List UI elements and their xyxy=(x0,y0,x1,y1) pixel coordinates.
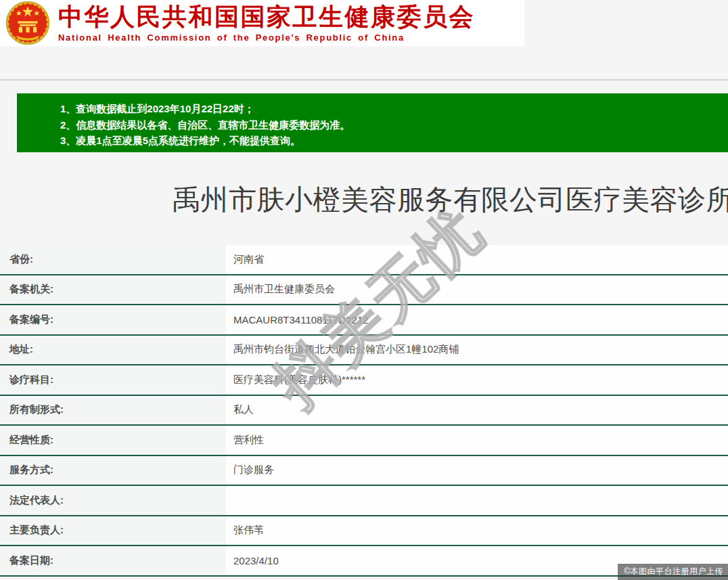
field-label: 服务方式: xyxy=(0,456,226,485)
header-divider xyxy=(0,79,728,81)
national-emblem-icon xyxy=(4,1,51,48)
field-label: 所有制形式: xyxy=(0,396,226,425)
table-row-address: 地址: 禹州市钧台街道颖北大道铂金翰宫小区1幢102商铺 xyxy=(0,336,728,366)
table-row-province: 省份: 河南省 xyxy=(0,245,728,275)
field-label: 主要负责人: xyxy=(0,516,226,545)
field-label: 备案机关: xyxy=(0,275,226,305)
notice-line-3: 3、凌晨1点至凌晨5点系统进行维护，不能提供查询。 xyxy=(60,133,721,149)
upload-credit-badge: ©本图由平台注册用户上传 xyxy=(618,564,728,580)
table-row-business-nature: 经营性质: 营利性 xyxy=(0,426,728,456)
field-value: 医疗美容科(美容皮肤科)****** xyxy=(226,365,728,395)
table-row-filing-authority: 备案机关: 禹州市卫生健康委员会 xyxy=(0,275,728,306)
table-row-service-mode: 服务方式: 门诊服务 xyxy=(0,456,728,487)
table-row-ownership: 所有制形式: 私人 xyxy=(0,396,728,426)
header-title-cn: 中华人民共和国国家卫生健康委员会 xyxy=(58,3,518,31)
notice-banner: 1、查询数据截止到2023年10月22日22时； 2、信息数据结果以各省、自治区… xyxy=(17,93,728,152)
field-value: 私人 xyxy=(226,396,728,425)
field-label: 省份: xyxy=(0,245,226,274)
record-table: 省份: 河南省 备案机关: 禹州市卫生健康委员会 备案编号: MACAUR8T3… xyxy=(0,245,728,577)
table-row-legal-representative: 法定代表人: xyxy=(0,486,728,516)
table-row-filing-number: 备案编号: MACAUR8T341108117D2212 xyxy=(0,305,728,336)
field-label: 法定代表人: xyxy=(0,486,226,515)
institution-title: 禹州市肤小橙美容服务有限公司医疗美容诊所 xyxy=(173,181,728,219)
field-value xyxy=(226,486,728,515)
field-value: 河南省 xyxy=(226,245,728,274)
field-value: 禹州市钧台街道颖北大道铂金翰宫小区1幢102商铺 xyxy=(226,336,728,365)
field-value: MACAUR8T341108117D2212 xyxy=(226,305,728,334)
site-header: 中华人民共和国国家卫生健康委员会 National Health Commiss… xyxy=(0,0,524,46)
field-label: 地址: xyxy=(0,336,226,365)
field-value: 门诊服务 xyxy=(226,456,728,485)
field-label: 备案日期: xyxy=(0,546,226,575)
notice-line-2: 2、信息数据结果以各省、自治区、直辖市卫生健康委数据为准。 xyxy=(60,117,721,133)
field-value: 张伟苇 xyxy=(226,516,728,545)
header-title-en: National Health Commission of the People… xyxy=(58,32,518,43)
field-label: 诊疗科目: xyxy=(0,365,226,395)
field-label: 经营性质: xyxy=(0,426,226,455)
table-row-principal: 主要负责人: 张伟苇 xyxy=(0,516,728,547)
table-row-medical-subjects: 诊疗科目: 医疗美容科(美容皮肤科)****** xyxy=(0,365,728,396)
notice-line-1: 1、查询数据截止到2023年10月22日22时； xyxy=(60,101,721,117)
field-label: 备案编号: xyxy=(0,305,226,334)
field-value: 营利性 xyxy=(226,426,728,455)
field-value: 禹州市卫生健康委员会 xyxy=(226,275,728,305)
